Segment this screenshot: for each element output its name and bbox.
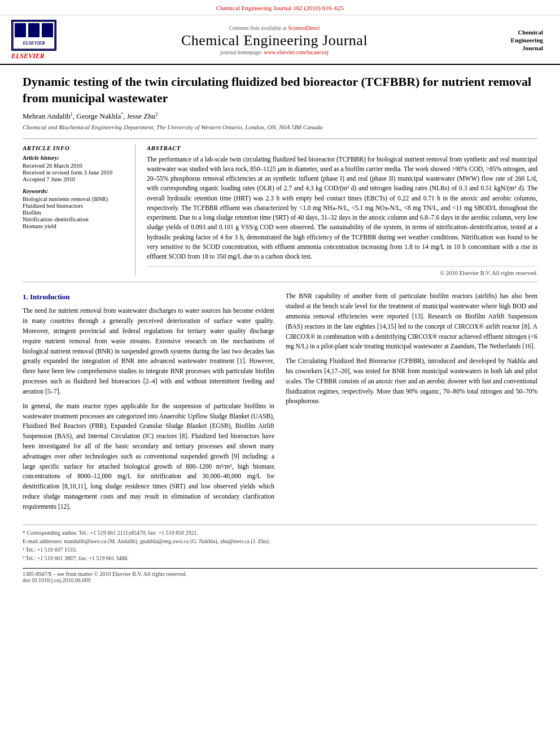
received-date: Received 26 March 2010 bbox=[23, 163, 126, 169]
keywords-section: Keywords: Biological nutrients removal (… bbox=[23, 188, 126, 229]
journal-header: ELSEVIER ELSEVIER Contents lists availab… bbox=[0, 15, 560, 65]
abstract-title: Abstract bbox=[147, 145, 537, 151]
accepted-date: Accepted 7 June 2010 bbox=[23, 176, 126, 182]
elsevier-text: ELSEVIER bbox=[11, 52, 45, 60]
footnote-section: * Corresponding author. Tel.: +1 519 661… bbox=[23, 525, 537, 562]
history-label: Article history: bbox=[23, 155, 126, 161]
journal-name: Chemical Engineering Journal bbox=[56, 32, 492, 49]
article-info: Article Info Article history: Received 2… bbox=[23, 145, 135, 277]
body-para-1: The need for nutrient removal from waste… bbox=[23, 306, 274, 396]
body-para-2: In general, the main reactor types appli… bbox=[23, 401, 274, 512]
journal-homepage-link[interactable]: www.elsevier.com/locate/cej bbox=[264, 49, 329, 55]
keyword-4: Nitrification–denitrification bbox=[23, 216, 126, 222]
top-bar: Chemical Engineering Journal 162 (2010) … bbox=[0, 0, 560, 15]
email-line: E-mail addresses: mandalib@uwo.ca (M. An… bbox=[23, 537, 537, 545]
doi-line: doi:10.1016/j.cej.2010.06.009 bbox=[23, 577, 537, 583]
sciencedirect-link[interactable]: ScienceDirect bbox=[288, 25, 320, 31]
elsevier-svg: ELSEVIER bbox=[12, 21, 55, 50]
journal-reference[interactable]: Chemical Engineering Journal 162 (2010) … bbox=[216, 5, 344, 11]
abstract-text: The performance of a lab-scale twin circ… bbox=[147, 155, 537, 262]
svg-rect-2 bbox=[28, 23, 40, 37]
journal-footer: 1385-8947/$ – see front matter © 2010 El… bbox=[23, 568, 537, 583]
keyword-1: Biological nutrients removal (BNR) bbox=[23, 196, 126, 202]
tel1: ¹ Tel.: +1 519 697 1533. bbox=[23, 545, 537, 554]
affiliation: Chemical and Biochemical Engineering Dep… bbox=[23, 124, 537, 130]
svg-text:ELSEVIER: ELSEVIER bbox=[22, 41, 45, 46]
body-col-left: 1. Introduction The need for nutrient re… bbox=[23, 291, 274, 516]
keyword-5: Biomass yield bbox=[23, 223, 126, 229]
body-para-4: The Circulating Fluidized Bed Bioreactor… bbox=[286, 356, 537, 407]
svg-rect-1 bbox=[15, 23, 26, 37]
article-info-abstract: Article Info Article history: Received 2… bbox=[23, 138, 537, 283]
keyword-3: Biofilm bbox=[23, 209, 126, 216]
section1-title: 1. Introduction bbox=[23, 291, 274, 303]
abstract-column: Abstract The performance of a lab-scale … bbox=[147, 145, 537, 277]
tel2: ² Tel.: +1 519 661 3807; fax: +1 519 661… bbox=[23, 554, 537, 562]
elsevier-logo: ELSEVIER ELSEVIER bbox=[11, 20, 56, 60]
body-para-3: The BNR capability of another form of pa… bbox=[286, 291, 537, 352]
center-title: Contents lists available at ScienceDirec… bbox=[56, 25, 492, 55]
contents-line: Contents lists available at ScienceDirec… bbox=[56, 25, 492, 31]
body-col-right: The BNR capability of another form of pa… bbox=[286, 291, 537, 516]
copyright-line: © 2010 Elsevier B.V. All rights reserved… bbox=[147, 266, 537, 276]
main-content: Dynamic testing of the twin circulating … bbox=[0, 65, 560, 595]
article-info-title: Article Info bbox=[23, 145, 126, 151]
corresponding-author: * Corresponding author. Tel.: +1 519 661… bbox=[23, 528, 537, 537]
issn-line: 1385-8947/$ – see front matter © 2010 El… bbox=[23, 571, 537, 577]
right-journal-label: ChemicalEngineeringJournal bbox=[492, 28, 543, 53]
keyword-2: Fluidized bed bioreactors bbox=[23, 203, 126, 209]
revised-date: Received in revised form 3 June 2010 bbox=[23, 169, 126, 176]
paper-title: Dynamic testing of the twin circulating … bbox=[23, 74, 537, 106]
keywords-label: Keywords: bbox=[23, 188, 126, 194]
body-columns: 1. Introduction The need for nutrient re… bbox=[23, 291, 537, 516]
homepage-line: journal homepage: www.elsevier.com/locat… bbox=[56, 49, 492, 55]
authors: Mehran Andalib1, George Nakhla*, Jesse Z… bbox=[23, 112, 537, 121]
svg-rect-3 bbox=[42, 23, 53, 37]
elsevier-logo-box: ELSEVIER bbox=[11, 20, 56, 51]
